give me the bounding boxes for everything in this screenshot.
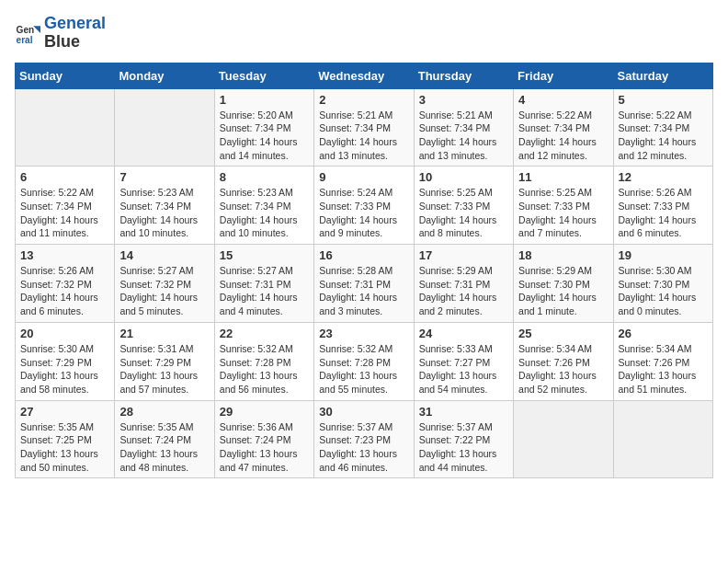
day-info: Sunrise: 5:24 AM Sunset: 7:33 PM Dayligh… bbox=[319, 186, 408, 240]
day-info: Sunrise: 5:36 AM Sunset: 7:24 PM Dayligh… bbox=[220, 420, 309, 475]
day-info: Sunrise: 5:35 AM Sunset: 7:25 PM Dayligh… bbox=[20, 420, 109, 475]
day-info: Sunrise: 5:33 AM Sunset: 7:27 PM Dayligh… bbox=[419, 342, 508, 396]
day-info: Sunrise: 5:23 AM Sunset: 7:34 PM Dayligh… bbox=[220, 186, 309, 240]
day-info: Sunrise: 5:32 AM Sunset: 7:28 PM Dayligh… bbox=[319, 342, 408, 396]
day-info: Sunrise: 5:27 AM Sunset: 7:31 PM Dayligh… bbox=[220, 264, 309, 318]
day-number: 8 bbox=[220, 170, 309, 184]
weekday-header: Thursday bbox=[414, 63, 513, 88]
calendar-cell: 28Sunrise: 5:35 AM Sunset: 7:24 PM Dayli… bbox=[115, 400, 214, 478]
day-info: Sunrise: 5:30 AM Sunset: 7:30 PM Dayligh… bbox=[619, 264, 708, 318]
calendar-cell: 1Sunrise: 5:20 AM Sunset: 7:34 PM Daylig… bbox=[214, 88, 313, 167]
day-number: 29 bbox=[220, 405, 309, 419]
calendar-cell: 22Sunrise: 5:32 AM Sunset: 7:28 PM Dayli… bbox=[214, 322, 313, 400]
calendar-cell: 3Sunrise: 5:21 AM Sunset: 7:34 PM Daylig… bbox=[414, 88, 513, 167]
logo: Gen eral GeneralBlue bbox=[15, 15, 106, 52]
day-number: 27 bbox=[20, 405, 109, 419]
calendar-cell: 2Sunrise: 5:21 AM Sunset: 7:34 PM Daylig… bbox=[314, 88, 414, 167]
calendar-cell: 29Sunrise: 5:36 AM Sunset: 7:24 PM Dayli… bbox=[214, 400, 313, 478]
day-info: Sunrise: 5:26 AM Sunset: 7:32 PM Dayligh… bbox=[20, 264, 109, 318]
weekday-header: Monday bbox=[115, 63, 214, 88]
day-info: Sunrise: 5:28 AM Sunset: 7:31 PM Dayligh… bbox=[319, 264, 408, 318]
day-info: Sunrise: 5:22 AM Sunset: 7:34 PM Dayligh… bbox=[619, 109, 708, 163]
day-number: 31 bbox=[419, 405, 508, 419]
calendar-cell: 17Sunrise: 5:29 AM Sunset: 7:31 PM Dayli… bbox=[414, 245, 513, 323]
calendar-week-row: 13Sunrise: 5:26 AM Sunset: 7:32 PM Dayli… bbox=[16, 245, 713, 323]
day-number: 18 bbox=[518, 248, 608, 262]
weekday-header: Tuesday bbox=[214, 63, 313, 88]
day-info: Sunrise: 5:21 AM Sunset: 7:34 PM Dayligh… bbox=[319, 109, 408, 163]
day-info: Sunrise: 5:26 AM Sunset: 7:33 PM Dayligh… bbox=[619, 186, 708, 240]
svg-text:eral: eral bbox=[17, 35, 33, 45]
calendar-cell: 25Sunrise: 5:34 AM Sunset: 7:26 PM Dayli… bbox=[514, 322, 613, 400]
day-number: 3 bbox=[419, 93, 508, 107]
day-number: 7 bbox=[119, 170, 209, 184]
day-number: 16 bbox=[319, 248, 408, 262]
calendar-cell: 21Sunrise: 5:31 AM Sunset: 7:29 PM Dayli… bbox=[115, 322, 214, 400]
svg-text:Gen: Gen bbox=[17, 25, 35, 35]
day-number: 4 bbox=[518, 93, 608, 107]
calendar-cell: 30Sunrise: 5:37 AM Sunset: 7:23 PM Dayli… bbox=[314, 400, 414, 478]
calendar-cell: 8Sunrise: 5:23 AM Sunset: 7:34 PM Daylig… bbox=[214, 167, 313, 245]
calendar-cell: 23Sunrise: 5:32 AM Sunset: 7:28 PM Dayli… bbox=[314, 322, 414, 400]
day-number: 19 bbox=[619, 248, 708, 262]
calendar-cell bbox=[613, 400, 712, 478]
day-info: Sunrise: 5:20 AM Sunset: 7:34 PM Dayligh… bbox=[220, 109, 309, 163]
calendar-cell bbox=[115, 88, 214, 167]
day-number: 9 bbox=[319, 170, 408, 184]
calendar-week-row: 27Sunrise: 5:35 AM Sunset: 7:25 PM Dayli… bbox=[16, 400, 713, 478]
day-number: 23 bbox=[319, 327, 408, 340]
weekday-header: Wednesday bbox=[314, 63, 414, 88]
day-number: 26 bbox=[619, 327, 708, 340]
day-info: Sunrise: 5:31 AM Sunset: 7:29 PM Dayligh… bbox=[119, 342, 209, 396]
page-header: Gen eral GeneralBlue bbox=[15, 15, 713, 52]
calendar-cell: 11Sunrise: 5:25 AM Sunset: 7:33 PM Dayli… bbox=[514, 167, 613, 245]
day-number: 11 bbox=[518, 170, 608, 184]
day-number: 22 bbox=[220, 327, 309, 340]
calendar-cell: 7Sunrise: 5:23 AM Sunset: 7:34 PM Daylig… bbox=[115, 167, 214, 245]
calendar-week-row: 6Sunrise: 5:22 AM Sunset: 7:34 PM Daylig… bbox=[16, 167, 713, 245]
day-info: Sunrise: 5:25 AM Sunset: 7:33 PM Dayligh… bbox=[518, 186, 608, 240]
day-info: Sunrise: 5:27 AM Sunset: 7:32 PM Dayligh… bbox=[119, 264, 209, 318]
day-number: 6 bbox=[20, 170, 109, 184]
calendar-cell: 14Sunrise: 5:27 AM Sunset: 7:32 PM Dayli… bbox=[115, 245, 214, 323]
day-number: 1 bbox=[220, 93, 309, 107]
day-number: 30 bbox=[319, 405, 408, 419]
day-number: 10 bbox=[419, 170, 508, 184]
calendar-cell: 26Sunrise: 5:34 AM Sunset: 7:26 PM Dayli… bbox=[613, 322, 712, 400]
day-number: 14 bbox=[119, 248, 209, 262]
calendar-cell: 31Sunrise: 5:37 AM Sunset: 7:22 PM Dayli… bbox=[414, 400, 513, 478]
weekday-header: Sunday bbox=[16, 63, 115, 88]
calendar-week-row: 20Sunrise: 5:30 AM Sunset: 7:29 PM Dayli… bbox=[16, 322, 713, 400]
calendar-cell: 12Sunrise: 5:26 AM Sunset: 7:33 PM Dayli… bbox=[613, 167, 712, 245]
day-info: Sunrise: 5:23 AM Sunset: 7:34 PM Dayligh… bbox=[119, 186, 209, 240]
day-number: 13 bbox=[20, 248, 109, 262]
day-info: Sunrise: 5:30 AM Sunset: 7:29 PM Dayligh… bbox=[20, 342, 109, 396]
day-number: 15 bbox=[220, 248, 309, 262]
day-info: Sunrise: 5:37 AM Sunset: 7:23 PM Dayligh… bbox=[319, 420, 408, 475]
calendar-cell: 13Sunrise: 5:26 AM Sunset: 7:32 PM Dayli… bbox=[16, 245, 115, 323]
day-number: 17 bbox=[419, 248, 508, 262]
calendar-cell: 5Sunrise: 5:22 AM Sunset: 7:34 PM Daylig… bbox=[613, 88, 712, 167]
day-info: Sunrise: 5:21 AM Sunset: 7:34 PM Dayligh… bbox=[419, 109, 508, 163]
calendar-table: SundayMondayTuesdayWednesdayThursdayFrid… bbox=[15, 63, 713, 479]
weekday-header: Friday bbox=[514, 63, 613, 88]
day-number: 20 bbox=[20, 327, 109, 340]
day-number: 28 bbox=[119, 405, 209, 419]
calendar-cell: 16Sunrise: 5:28 AM Sunset: 7:31 PM Dayli… bbox=[314, 245, 414, 323]
day-number: 25 bbox=[518, 327, 608, 340]
day-info: Sunrise: 5:22 AM Sunset: 7:34 PM Dayligh… bbox=[518, 109, 608, 163]
day-info: Sunrise: 5:29 AM Sunset: 7:30 PM Dayligh… bbox=[518, 264, 608, 318]
calendar-cell bbox=[16, 88, 115, 167]
calendar-cell: 6Sunrise: 5:22 AM Sunset: 7:34 PM Daylig… bbox=[16, 167, 115, 245]
day-number: 2 bbox=[319, 93, 408, 107]
day-number: 12 bbox=[619, 170, 708, 184]
day-number: 21 bbox=[119, 327, 209, 340]
weekday-header: Saturday bbox=[613, 63, 712, 88]
day-info: Sunrise: 5:34 AM Sunset: 7:26 PM Dayligh… bbox=[518, 342, 608, 396]
day-info: Sunrise: 5:22 AM Sunset: 7:34 PM Dayligh… bbox=[20, 186, 109, 240]
calendar-cell: 19Sunrise: 5:30 AM Sunset: 7:30 PM Dayli… bbox=[613, 245, 712, 323]
calendar-cell bbox=[514, 400, 613, 478]
logo-text: GeneralBlue bbox=[44, 15, 106, 52]
calendar-cell: 24Sunrise: 5:33 AM Sunset: 7:27 PM Dayli… bbox=[414, 322, 513, 400]
calendar-header: SundayMondayTuesdayWednesdayThursdayFrid… bbox=[16, 63, 713, 88]
